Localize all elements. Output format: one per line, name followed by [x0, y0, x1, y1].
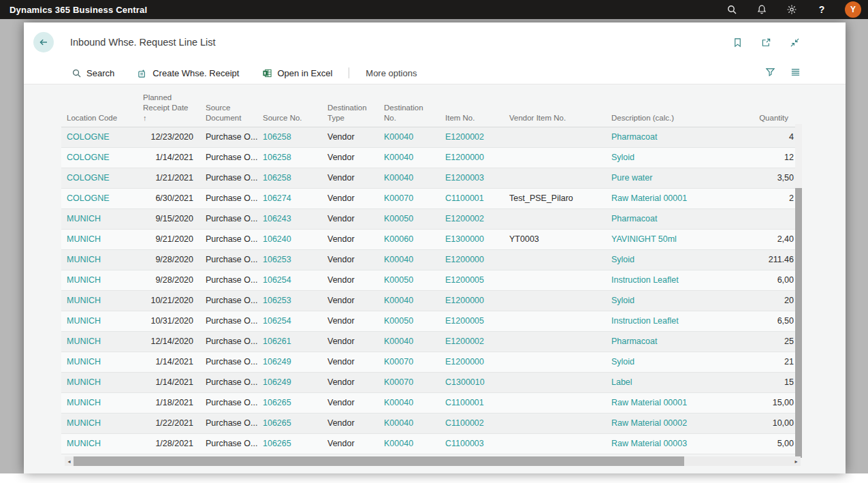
cell-description[interactable]: Instruction Leaflet [606, 311, 752, 331]
cell-destination_no[interactable]: K00040 [379, 291, 440, 311]
cell-item_no[interactable]: E1200002 [440, 332, 504, 352]
cell-destination_no[interactable]: K00040 [379, 168, 440, 188]
cell-location[interactable]: MUNICH [61, 250, 138, 270]
table-row[interactable]: COLOGNE1/21/2021Purchase O...106258Vendo… [61, 168, 795, 189]
notifications-icon[interactable] [755, 3, 769, 16]
table-row[interactable]: MUNICH1/22/2021Purchase O...106265Vendor… [61, 414, 795, 434]
cell-item_no[interactable]: E1200000 [440, 352, 504, 372]
cell-item_no[interactable]: E1300000 [440, 230, 504, 249]
column-header-destination_no[interactable]: DestinationNo. [379, 103, 440, 123]
cell-description[interactable]: Syloid [606, 291, 752, 311]
horizontal-scrollbar[interactable]: ◂ ▸ [65, 456, 801, 466]
column-header-destination_type[interactable]: DestinationType [322, 103, 379, 123]
search-icon[interactable] [725, 3, 739, 16]
table-row[interactable]: MUNICH1/28/2021Purchase O...106265Vendor… [61, 434, 795, 454]
cell-source_no[interactable]: 106254 [257, 270, 322, 290]
cell-source_no[interactable]: 106254 [257, 311, 322, 331]
scroll-right-arrow[interactable]: ▸ [792, 456, 801, 466]
cell-description[interactable]: Pharmacoat [606, 127, 752, 147]
horizontal-scrollbar-track[interactable] [74, 456, 792, 466]
cell-destination_no[interactable]: K00050 [379, 209, 440, 229]
cell-destination_no[interactable]: K00050 [379, 270, 440, 290]
table-row[interactable]: MUNICH9/28/2020Purchase O...106254Vendor… [61, 270, 795, 291]
more-options-button[interactable]: More options [366, 68, 417, 78]
cell-destination_no[interactable]: K00040 [379, 434, 440, 454]
cell-source_no[interactable]: 106265 [257, 434, 322, 454]
horizontal-scrollbar-thumb[interactable] [74, 456, 684, 466]
cell-description[interactable]: Pharmacoat [606, 332, 752, 352]
cell-source_no[interactable]: 106274 [257, 189, 322, 208]
cell-location[interactable]: MUNICH [61, 332, 138, 352]
cell-destination_no[interactable]: K00040 [379, 393, 440, 413]
cell-source_no[interactable]: 106258 [257, 148, 322, 168]
account-avatar[interactable]: Y [845, 1, 861, 18]
table-row[interactable]: MUNICH10/21/2020Purchase O...106253Vendo… [61, 291, 795, 311]
cell-location[interactable]: MUNICH [61, 230, 138, 249]
cell-location[interactable]: COLOGNE [61, 189, 138, 208]
table-row[interactable]: MUNICH1/14/2021Purchase O...106249Vendor… [61, 373, 795, 393]
cell-location[interactable]: MUNICH [61, 209, 138, 229]
cell-destination_no[interactable]: K00070 [379, 352, 440, 372]
cell-item_no[interactable]: C1100001 [440, 189, 504, 208]
table-row[interactable]: MUNICH10/31/2020Purchase O...106254Vendo… [61, 311, 795, 332]
cell-location[interactable]: MUNICH [61, 393, 138, 413]
cell-description[interactable]: Raw Material 00001 [606, 189, 752, 208]
cell-location[interactable]: MUNICH [61, 434, 138, 454]
cell-destination_no[interactable]: K00060 [379, 230, 440, 249]
cell-item_no[interactable]: E1200000 [440, 291, 504, 311]
column-header-description[interactable]: Description (calc.) [606, 113, 752, 123]
column-header-vendor_item_no[interactable]: Vendor Item No. [504, 113, 606, 123]
cell-location[interactable]: MUNICH [61, 414, 138, 433]
cell-item_no[interactable]: E1200005 [440, 270, 504, 290]
column-header-planned_receipt_date[interactable]: PlannedReceipt Date↑ [138, 93, 200, 123]
cell-description[interactable]: Instruction Leaflet [606, 270, 752, 290]
cell-source_no[interactable]: 106261 [257, 332, 322, 352]
cell-location[interactable]: MUNICH [61, 373, 138, 392]
create-whse-receipt-action[interactable]: Create Whse. Receipt [138, 68, 239, 78]
vertical-scrollbar-thumb[interactable] [795, 188, 802, 458]
open-in-excel-action[interactable]: Open in Excel [262, 68, 332, 78]
cell-description[interactable]: Syloid [606, 250, 752, 270]
cell-item_no[interactable]: E1200002 [440, 209, 504, 229]
cell-item_no[interactable]: C1100003 [440, 434, 504, 454]
table-row[interactable]: MUNICH1/14/2021Purchase O...106249Vendor… [61, 352, 795, 373]
cell-item_no[interactable]: E1200005 [440, 311, 504, 331]
cell-source_no[interactable]: 106258 [257, 127, 322, 147]
cell-destination_no[interactable]: K00050 [379, 311, 440, 331]
choose-view-icon[interactable] [790, 67, 801, 79]
settings-gear-icon[interactable] [785, 3, 799, 16]
cell-item_no[interactable]: E1200003 [440, 168, 504, 188]
cell-item_no[interactable]: E1200000 [440, 250, 504, 270]
cell-item_no[interactable]: E1200000 [440, 148, 504, 168]
cell-source_no[interactable]: 106240 [257, 230, 322, 249]
table-row[interactable]: MUNICH9/15/2020Purchase O...106243Vendor… [61, 209, 795, 230]
cell-item_no[interactable]: C1300010 [440, 373, 504, 392]
column-header-source_no[interactable]: Source No. [257, 113, 322, 123]
cell-description[interactable]: Syloid [606, 352, 752, 372]
cell-description[interactable]: Label [606, 373, 752, 392]
cell-description[interactable]: Raw Material 00003 [606, 434, 752, 454]
collapse-icon[interactable] [788, 36, 801, 48]
table-row[interactable]: MUNICH9/28/2020Purchase O...106253Vendor… [61, 250, 795, 270]
cell-destination_no[interactable]: K00040 [379, 127, 440, 147]
table-row[interactable]: MUNICH12/14/2020Purchase O...106261Vendo… [61, 332, 795, 352]
cell-location[interactable]: COLOGNE [61, 148, 138, 168]
cell-source_no[interactable]: 106249 [257, 373, 322, 392]
open-in-new-window-icon[interactable] [760, 36, 772, 48]
cell-destination_no[interactable]: K00040 [379, 332, 440, 352]
cell-source_no[interactable]: 106253 [257, 291, 322, 311]
search-action[interactable]: Search [71, 68, 114, 78]
cell-destination_no[interactable]: K00040 [379, 250, 440, 270]
cell-location[interactable]: COLOGNE [61, 168, 138, 188]
table-row[interactable]: COLOGNE1/14/2021Purchase O...106258Vendo… [61, 148, 795, 168]
cell-description[interactable]: Pharmacoat [606, 209, 752, 229]
cell-source_no[interactable]: 106243 [257, 209, 322, 229]
column-header-location[interactable]: Location Code [61, 113, 138, 123]
cell-location[interactable]: MUNICH [61, 270, 138, 290]
cell-source_no[interactable]: 106265 [257, 414, 322, 433]
cell-description[interactable]: Raw Material 00001 [606, 393, 752, 413]
bookmark-icon[interactable] [731, 36, 743, 48]
table-row[interactable]: COLOGNE12/23/2020Purchase O...106258Vend… [61, 127, 795, 148]
column-header-item_no[interactable]: Item No. [440, 113, 504, 123]
cell-item_no[interactable]: E1200002 [440, 127, 504, 147]
